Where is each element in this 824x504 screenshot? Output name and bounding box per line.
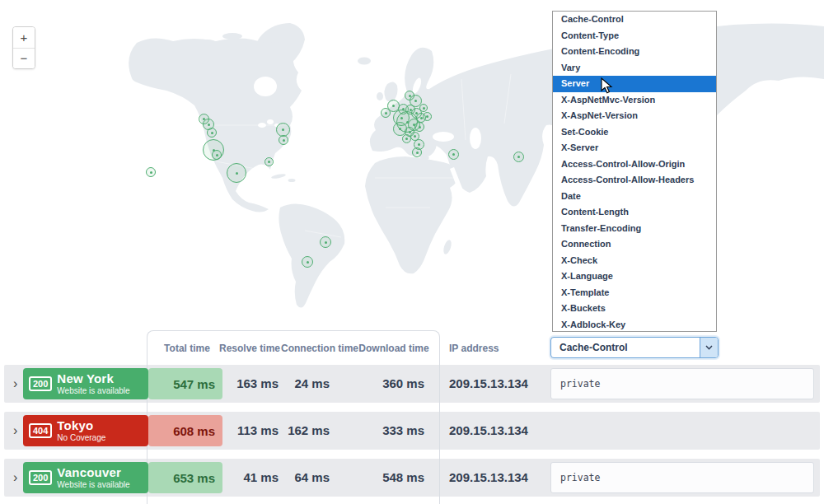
uptime-check-page: + − Cache-ControlContent-TypeContent-Enc… (0, 0, 824, 504)
column-header-connection-time: Connection time (281, 343, 358, 354)
dropdown-item-access-control-allow-origin[interactable]: Access-Control-Allow-Origin (553, 156, 716, 173)
total-time-value: 653 ms (148, 462, 222, 493)
location-marker[interactable] (414, 122, 424, 132)
city-name: New York (57, 372, 129, 386)
header-dropdown-list: Cache-ControlContent-TypeContent-Encodin… (552, 11, 717, 332)
dropdown-item-connection[interactable]: Connection (553, 236, 716, 253)
dropdown-item-access-control-allow-headers[interactable]: Access-Control-Allow-Headers (553, 172, 716, 189)
location-marker[interactable] (402, 134, 411, 143)
column-header-download-time: Download time (358, 343, 428, 354)
dropdown-item-x-language[interactable]: X-Language (553, 268, 716, 285)
zoom-out-button[interactable]: − (13, 48, 35, 68)
location-marker[interactable] (448, 149, 459, 160)
location-status-badge: 404 Tokyo No Coverage (23, 415, 148, 446)
dropdown-item-transfer-encoding[interactable]: Transfer-Encoding (553, 221, 716, 237)
location-marker[interactable] (302, 256, 313, 268)
connection-time-value: 64 ms (279, 459, 330, 497)
dropdown-item-x-aspnet-version[interactable]: X-AspNet-Version (553, 108, 716, 124)
status-code-badge: 200 (29, 470, 52, 485)
location-marker[interactable] (212, 150, 222, 160)
dropdown-item-set-cookie[interactable]: Set-Cookie (553, 124, 716, 141)
chevron-down-icon[interactable] (700, 338, 718, 357)
status-text: Website is available (57, 386, 129, 395)
column-header-resolve-time: Resolve time (219, 343, 280, 354)
expand-chevron-icon[interactable]: › (13, 471, 17, 484)
column-header-total-time: Total time (164, 343, 210, 354)
download-time-value: 333 ms (330, 412, 424, 450)
dropdown-item-cache-control[interactable]: Cache-Control (553, 12, 716, 28)
expand-chevron-icon[interactable]: › (13, 377, 17, 390)
location-status-badge: 200 New York Website is available (23, 368, 148, 399)
status-text: Website is available (57, 480, 129, 489)
total-time-value: 547 ms (148, 368, 222, 399)
connection-time-value: 162 ms (279, 412, 330, 450)
ip-address-value: 209.15.13.134 (449, 459, 528, 497)
header-value-box: private (550, 462, 814, 493)
location-marker[interactable] (320, 236, 331, 248)
location-marker[interactable] (381, 108, 391, 118)
download-time-value: 360 ms (330, 365, 424, 403)
city-name: Tokyo (57, 419, 105, 433)
header-value-box: private (550, 368, 814, 399)
dropdown-item-server[interactable]: Server (553, 76, 716, 92)
city-name: Vancouver (57, 466, 129, 480)
dropdown-item-x-buckets[interactable]: X-Buckets (553, 301, 716, 317)
location-marker[interactable] (423, 112, 432, 121)
connection-time-value: 24 ms (279, 365, 330, 403)
location-marker[interactable] (419, 104, 428, 112)
location-marker[interactable] (513, 152, 524, 162)
dropdown-item-content-type[interactable]: Content-Type (553, 28, 716, 44)
ip-address-value: 209.15.13.134 (449, 365, 528, 403)
check-result-row[interactable]: › 404 Tokyo No Coverage 608 ms 113 ms 16… (4, 412, 820, 450)
column-header-ip-address: IP address (449, 343, 499, 354)
status-code-badge: 404 (29, 423, 52, 438)
expand-chevron-icon[interactable]: › (13, 424, 17, 437)
dropdown-item-x-adblock-key[interactable]: X-Adblock-Key (553, 317, 716, 334)
dropdown-item-x-template[interactable]: X-Template (553, 285, 716, 301)
location-status-badge: 200 Vancouver Website is available (23, 462, 148, 493)
location-marker[interactable] (276, 123, 290, 137)
header-select-value: Cache-Control (551, 342, 700, 353)
location-marker[interactable] (146, 167, 156, 177)
resolve-time-value: 163 ms (222, 365, 279, 403)
dropdown-item-x-server[interactable]: X-Server (553, 140, 716, 156)
status-code-badge: 200 (29, 376, 52, 391)
dropdown-item-date[interactable]: Date (553, 189, 716, 205)
resolve-time-value: 41 ms (222, 459, 279, 497)
dropdown-item-content-encoding[interactable]: Content-Encoding (553, 44, 716, 60)
dropdown-item-vary[interactable]: Vary (553, 60, 716, 77)
check-result-row[interactable]: › 200 Vancouver Website is available 653… (4, 459, 820, 497)
header-select[interactable]: Cache-Control (550, 337, 719, 358)
check-result-row[interactable]: › 200 New York Website is available 547 … (4, 365, 820, 403)
zoom-in-button[interactable]: + (13, 27, 35, 48)
resolve-time-value: 113 ms (222, 412, 279, 450)
download-time-value: 548 ms (330, 459, 424, 497)
total-time-value: 608 ms (148, 415, 222, 446)
dropdown-item-x-aspnetmvc-version[interactable]: X-AspNetMvc-Version (553, 92, 716, 109)
mouse-cursor-icon (601, 77, 613, 95)
location-marker[interactable] (279, 135, 288, 145)
location-marker[interactable] (265, 157, 274, 166)
location-marker[interactable] (207, 128, 217, 138)
dropdown-item-content-length[interactable]: Content-Length (553, 204, 716, 221)
ip-address-value: 209.15.13.134 (449, 412, 528, 450)
map-zoom-control: + − (12, 26, 35, 69)
status-text: No Coverage (57, 433, 105, 442)
location-marker[interactable] (412, 147, 422, 157)
location-marker[interactable] (227, 163, 246, 183)
dropdown-item-x-check[interactable]: X-Check (553, 253, 716, 269)
